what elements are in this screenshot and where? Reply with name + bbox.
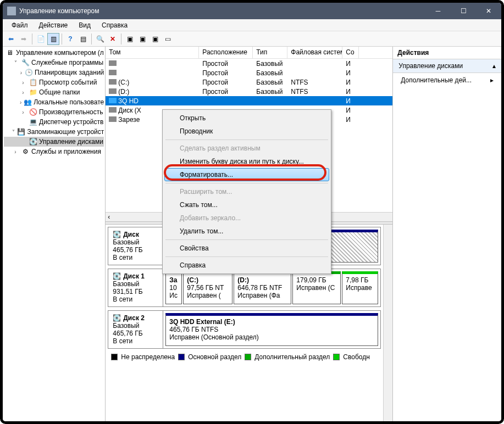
tool-d-icon[interactable]: ▭ (162, 33, 174, 45)
disk-2-info: 💽Диск 2 Базовый 465,76 ГБ В сети (108, 311, 163, 348)
col-volume[interactable]: Том (106, 47, 199, 58)
tool-a-icon[interactable]: ▣ (124, 33, 136, 45)
disk-1-size: 931,51 ГБ (113, 288, 158, 295)
back-button[interactable]: ⬅ (5, 33, 17, 45)
forward-button[interactable]: ➡ (18, 33, 30, 45)
legend-unalloc: Не распределена (121, 353, 175, 361)
tree-services[interactable]: ›⚙Службы и приложения (4, 147, 104, 157)
disk-0-type: Базовый (113, 238, 158, 246)
volume-row[interactable]: ПростойБазовыйИ (106, 59, 392, 68)
tool-c-icon[interactable]: ▣ (149, 33, 161, 45)
close-button[interactable]: ✕ (476, 3, 501, 19)
collapse-icon: ▴ (492, 62, 496, 70)
tree-shared[interactable]: ›📁Общие папки (4, 87, 104, 97)
tree-eventvwr-label: Просмотр событий (39, 79, 97, 86)
actions-section[interactable]: Управление дисками ▴ (393, 59, 501, 73)
tool-properties-icon[interactable]: 📄 (35, 33, 47, 45)
actions-more[interactable]: Дополнительные дей... ▸ (393, 73, 501, 87)
ctx-mirror: Добавить зеркало... (164, 211, 329, 225)
tree-diskmgmt[interactable]: 💽Управление дисками (4, 137, 104, 147)
menubar: Файл Действие Вид Справка (3, 19, 501, 31)
disk-1-info: 💽Диск 1 Базовый 931,51 ГБ В сети (108, 269, 163, 306)
disk-0-name: Диск (123, 231, 139, 238)
ctx-format[interactable]: Форматировать... (164, 168, 329, 181)
tree-scheduler-label: Планировщик заданий (35, 69, 104, 76)
disk-1-part-0[interactable]: За10Ис (165, 271, 182, 304)
col-type[interactable]: Тип (253, 47, 287, 58)
tree-shared-label: Общие папки (39, 88, 80, 96)
disk-vscroll[interactable] (383, 225, 392, 421)
tree-storage[interactable]: ˅💾Запоминающие устройст (4, 127, 104, 137)
col-status[interactable]: Со (342, 47, 359, 58)
tree-services-label: Службы и приложения (31, 148, 101, 155)
tree-perf-label: Производительность (39, 108, 103, 116)
disk-1[interactable]: 💽Диск 1 Базовый 931,51 ГБ В сети За10Ис … (108, 269, 381, 307)
ctx-open[interactable]: Открыть (164, 111, 329, 125)
legend-primary: Основной раздел (188, 353, 241, 361)
ctx-delete[interactable]: Удалить том... (164, 225, 329, 238)
disk-1-status: В сети (113, 295, 158, 303)
navigation-tree: 🖥Управление компьютером (л ˅🔧Служебные п… (3, 47, 106, 421)
volume-header: Том Расположение Тип Файловая система Со (106, 47, 392, 59)
legend: Не распределена Основной раздел Дополнит… (108, 352, 381, 362)
tree-systools[interactable]: ˅🔧Служебные программы (4, 58, 104, 68)
ctx-props[interactable]: Свойства (164, 242, 329, 255)
actions-header: Действия (393, 47, 501, 59)
tree-eventvwr[interactable]: ›📋Просмотр событий (4, 77, 104, 87)
tool-b-icon[interactable]: ▣ (136, 33, 148, 45)
window-title: Управление компьютером (19, 7, 425, 15)
help-icon[interactable]: ? (64, 33, 76, 45)
disk-2-part-0-size: 465,76 ГБ NTFS (169, 326, 374, 333)
app-icon (7, 7, 16, 15)
disk-1-part-4[interactable]: 7,98 ГБИсправе (342, 271, 378, 304)
tree-root-label: Управление компьютером (л (16, 49, 104, 57)
disk-0-info: 💽Диск Базовый 465,76 ГБ В сети (108, 227, 163, 265)
ctx-extend: Расширить том... (164, 185, 329, 198)
tree-root[interactable]: 🖥Управление компьютером (л (4, 48, 104, 58)
tree-users[interactable]: ›👥Локальные пользовате (4, 97, 104, 107)
disk-2-size: 465,76 ГБ (113, 330, 158, 337)
volume-row[interactable]: (D:)ПростойБазовыйNTFSИ (106, 87, 392, 96)
disk-2[interactable]: 💽Диск 2 Базовый 465,76 ГБ В сети 3Q HDD … (108, 310, 381, 349)
volume-row[interactable]: ПростойБазовыйИ (106, 68, 392, 77)
disk-1-part-2[interactable]: (D:)646,78 ГБ NTFИсправен (Фа (234, 271, 291, 304)
volume-row[interactable]: (C:)ПростойБазовыйNTFSИ (106, 77, 392, 87)
disk-2-part-0-name: 3Q HDD External (E:) (169, 318, 235, 326)
disk-2-part-0[interactable]: 3Q HDD External (E:) 465,76 ГБ NTFS Испр… (165, 313, 378, 346)
tree-users-label: Локальные пользовате (34, 98, 104, 106)
menu-view[interactable]: Вид (73, 20, 96, 30)
ctx-explorer[interactable]: Проводник (164, 125, 329, 138)
tree-devmgr[interactable]: 💻Диспетчер устройств (4, 117, 104, 127)
ctx-shrink[interactable]: Сжать том... (164, 198, 329, 211)
tree-systools-label: Служебные программы (31, 59, 103, 66)
tool-list-icon[interactable]: ▤ (77, 33, 89, 45)
disk-2-part-0-status: Исправен (Основной раздел) (169, 333, 374, 341)
disk-2-name: Диск 2 (123, 314, 145, 322)
maximize-button[interactable]: ☐ (451, 3, 476, 19)
tree-diskmgmt-label: Управление дисками (39, 138, 103, 146)
disk-0-size: 465,76 ГБ (113, 246, 158, 254)
tool-delete-icon[interactable]: ✕ (107, 33, 119, 45)
legend-extended: Дополнительный раздел (254, 353, 330, 361)
volume-row[interactable]: 3Q HDИ (106, 96, 392, 105)
ctx-letter[interactable]: Изменить букву диска или путь к диску... (164, 155, 329, 168)
col-location[interactable]: Расположение (199, 47, 253, 58)
tree-scheduler[interactable]: ›🕒Планировщик заданий (4, 68, 104, 77)
context-menu: Открыть Проводник Сделать раздел активны… (162, 109, 331, 274)
disk-2-type: Базовый (113, 322, 158, 330)
tool-panel-icon[interactable]: ▥ (47, 33, 59, 45)
disk-1-name: Диск 1 (123, 272, 145, 280)
tree-perf[interactable]: ›🚫Производительность (4, 107, 104, 117)
menu-help[interactable]: Справка (96, 20, 133, 30)
disk-0-status: В сети (113, 254, 158, 261)
ctx-help[interactable]: Справка (164, 259, 329, 272)
disk-1-part-1[interactable]: (C:)97,56 ГБ NTИсправен ( (183, 271, 232, 304)
menu-file[interactable]: Файл (6, 20, 34, 30)
menu-action[interactable]: Действие (34, 20, 74, 30)
disk-1-part-3[interactable]: 179,09 ГБИсправен (С (292, 271, 341, 304)
tool-refresh-icon[interactable]: 🔍 (94, 33, 106, 45)
ctx-active: Сделать раздел активным (164, 142, 329, 155)
col-fs[interactable]: Файловая система (287, 47, 342, 58)
actions-more-label: Дополнительные дей... (401, 76, 472, 84)
minimize-button[interactable]: ─ (425, 3, 451, 19)
